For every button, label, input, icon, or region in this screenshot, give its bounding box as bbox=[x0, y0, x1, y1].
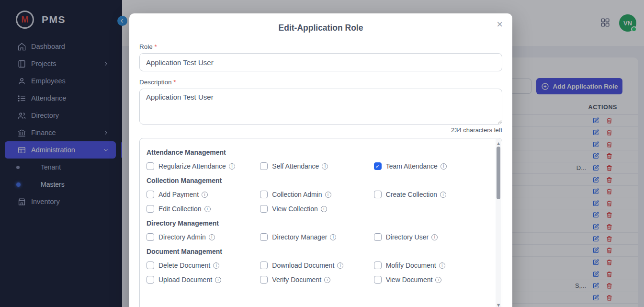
permission-item-edit-collection[interactable]: Edit Collectioni bbox=[147, 204, 260, 214]
permission-label: Regularize Attendance bbox=[158, 162, 226, 170]
info-icon[interactable]: i bbox=[431, 234, 438, 240]
scroll-up-icon[interactable]: ▲ bbox=[496, 140, 501, 147]
unchecked-checkbox[interactable] bbox=[374, 262, 382, 269]
permission-label: View Document bbox=[386, 276, 433, 284]
permission-label: Edit Collection bbox=[158, 205, 202, 213]
close-icon[interactable]: × bbox=[497, 19, 503, 30]
permission-item-verify-document[interactable]: Verify Documenti bbox=[260, 274, 373, 285]
permission-item-directory-user[interactable]: Directory Useri bbox=[374, 232, 487, 242]
unchecked-checkbox[interactable] bbox=[147, 205, 154, 213]
permission-label: Directory Admin bbox=[158, 233, 206, 241]
info-icon[interactable]: i bbox=[324, 277, 330, 283]
permission-item-self-attendance[interactable]: Self Attendancei bbox=[260, 161, 373, 171]
permission-label: Download Document bbox=[272, 262, 334, 269]
permission-label: Add Payment bbox=[158, 191, 199, 198]
unchecked-checkbox[interactable] bbox=[147, 162, 154, 170]
edit-application-role-modal: Edit-Application Role × Role * Descripti… bbox=[129, 13, 512, 307]
permission-item-team-attendance[interactable]: ✓Team Attendancei bbox=[374, 161, 487, 171]
permission-item-collection-admin[interactable]: Collection Admini bbox=[260, 189, 373, 200]
info-icon[interactable]: i bbox=[215, 277, 221, 283]
info-icon[interactable]: i bbox=[325, 192, 331, 198]
unchecked-checkbox[interactable] bbox=[260, 205, 268, 213]
permission-label: Verify Document bbox=[272, 276, 321, 284]
unchecked-checkbox[interactable] bbox=[260, 276, 268, 284]
permission-item-mofify-document[interactable]: Mofify Documenti bbox=[374, 260, 487, 271]
permissions-panel: Attendance ManagementRegularize Attendan… bbox=[139, 138, 502, 307]
permission-item-directory-manager[interactable]: Directory Manageri bbox=[260, 232, 373, 242]
info-icon[interactable]: i bbox=[440, 192, 446, 198]
info-icon[interactable]: i bbox=[321, 206, 327, 212]
permission-item-create-collection[interactable]: Create Collectioni bbox=[374, 189, 487, 200]
info-icon[interactable]: i bbox=[213, 262, 219, 269]
permission-label: View Collection bbox=[272, 205, 317, 213]
permission-label: Collection Admin bbox=[272, 191, 322, 198]
permission-item-regularize-attendance[interactable]: Regularize Attendancei bbox=[147, 161, 260, 171]
info-icon[interactable]: i bbox=[202, 192, 208, 198]
permission-item-view-document[interactable]: View Documenti bbox=[374, 274, 487, 285]
info-icon[interactable]: i bbox=[229, 163, 235, 170]
info-icon[interactable]: i bbox=[204, 206, 211, 212]
description-field-label: Description * bbox=[139, 79, 502, 86]
info-icon[interactable]: i bbox=[209, 234, 215, 240]
permission-label: Upload Document bbox=[158, 276, 212, 284]
required-asterisk: * bbox=[173, 79, 176, 86]
info-icon[interactable]: i bbox=[322, 163, 328, 170]
permission-group-title-directory-management: Directory Management bbox=[147, 219, 487, 227]
unchecked-checkbox[interactable] bbox=[260, 262, 268, 269]
role-field-label: Role * bbox=[139, 43, 502, 50]
scroll-down-icon[interactable]: ▼ bbox=[496, 302, 501, 307]
permission-item-upload-document[interactable]: Upload Documenti bbox=[147, 274, 260, 285]
permission-item-directory-admin[interactable]: Directory Admini bbox=[147, 232, 260, 242]
unchecked-checkbox[interactable] bbox=[374, 233, 382, 241]
unchecked-checkbox[interactable] bbox=[147, 276, 154, 284]
permissions-content: Attendance ManagementRegularize Attendan… bbox=[140, 138, 502, 295]
permission-group-title-attendance-management: Attendance Management bbox=[147, 148, 487, 156]
permission-item-add-payment[interactable]: Add Paymenti bbox=[147, 189, 260, 200]
description-textarea[interactable]: Application Test User bbox=[139, 89, 502, 125]
info-icon[interactable]: i bbox=[330, 234, 336, 240]
permission-label: Directory User bbox=[386, 233, 429, 241]
permission-group-title-collection-management: Collection Management bbox=[147, 177, 487, 184]
info-icon[interactable]: i bbox=[337, 262, 343, 269]
unchecked-checkbox[interactable] bbox=[147, 191, 154, 198]
permission-label: Create Collection bbox=[386, 191, 437, 198]
unchecked-checkbox[interactable] bbox=[374, 276, 382, 284]
role-input[interactable] bbox=[139, 53, 502, 71]
unchecked-checkbox[interactable] bbox=[260, 233, 268, 241]
info-icon[interactable]: i bbox=[439, 262, 445, 269]
permission-grid: Directory AdminiDirectory ManageriDirect… bbox=[147, 232, 487, 242]
permission-label: Mofify Document bbox=[386, 262, 436, 269]
permission-item-view-collection[interactable]: View Collectioni bbox=[260, 204, 373, 214]
permission-label: Directory Manager bbox=[272, 233, 327, 241]
unchecked-checkbox[interactable] bbox=[260, 162, 268, 170]
info-icon[interactable]: i bbox=[441, 163, 447, 170]
permission-grid: Delete DocumentiDownload DocumentiMofify… bbox=[147, 260, 487, 285]
permission-label: Team Attendance bbox=[386, 162, 438, 170]
permission-label: Delete Document bbox=[158, 262, 210, 269]
permission-group-title-document-management: Document Management bbox=[147, 248, 487, 255]
unchecked-checkbox[interactable] bbox=[260, 191, 268, 198]
required-asterisk: * bbox=[155, 43, 157, 50]
description-label-text: Description bbox=[139, 79, 172, 86]
permission-grid: Regularize AttendanceiSelf Attendancei✓T… bbox=[147, 161, 487, 171]
scrollbar[interactable]: ▲ ▼ bbox=[496, 139, 501, 307]
characters-left-counter: 234 characters left bbox=[139, 126, 502, 134]
permission-label: Self Attendance bbox=[272, 162, 319, 170]
permission-item-delete-document[interactable]: Delete Documenti bbox=[147, 260, 260, 271]
unchecked-checkbox[interactable] bbox=[147, 262, 154, 269]
unchecked-checkbox[interactable] bbox=[147, 233, 154, 241]
modal-body: Role * Description * Application Test Us… bbox=[129, 43, 512, 307]
checked-checkbox[interactable]: ✓ bbox=[374, 162, 382, 170]
unchecked-checkbox[interactable] bbox=[374, 191, 382, 198]
permission-item-download-document[interactable]: Download Documenti bbox=[260, 260, 373, 271]
info-icon[interactable]: i bbox=[435, 277, 441, 283]
scrollbar-thumb[interactable] bbox=[497, 147, 500, 199]
modal-title: Edit-Application Role bbox=[129, 13, 512, 33]
role-label-text: Role bbox=[139, 43, 153, 50]
permission-grid: Add PaymentiCollection AdminiCreate Coll… bbox=[147, 189, 487, 214]
